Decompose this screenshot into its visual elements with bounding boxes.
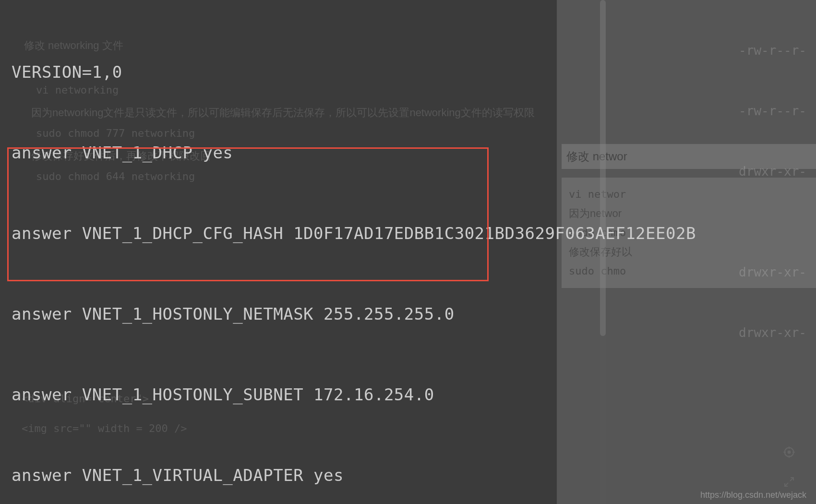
terminal-line: VERSION=1,0: [12, 59, 696, 85]
terminal-line: answer VNET_1_HOSTONLY_NETMASK 255.255.2…: [12, 300, 696, 327]
terminal-line: answer VNET_1_DHCP_CFG_HASH 1D0F17AD17ED…: [12, 220, 696, 247]
watermark-text: https://blog.csdn.net/wejack: [700, 490, 806, 500]
terminal-line: answer VNET_1_HOSTONLY_SUBNET 172.16.254…: [12, 381, 696, 408]
terminal-line: answer VNET_1_DHCP yes: [12, 139, 696, 166]
terminal-content: VERSION=1,0 answer VNET_1_DHCP yes answe…: [12, 5, 696, 504]
terminal-line: answer VNET_1_VIRTUAL_ADAPTER yes: [12, 462, 696, 489]
terminal-overlay: VERSION=1,0 answer VNET_1_DHCP yes answe…: [0, 0, 816, 504]
